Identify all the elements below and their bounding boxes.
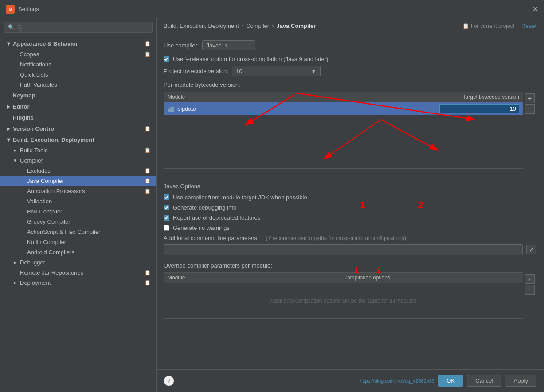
copy-icon-annotation-processors[interactable]: 📋 [145, 188, 151, 194]
folder-icon [168, 105, 175, 113]
copy-icon-appearance[interactable]: 📋 [145, 41, 151, 47]
table-controls: + − [523, 92, 536, 176]
copy-icon-excludes[interactable]: 📋 [145, 168, 151, 174]
checkbox-debug-info-row: Generate debugging info [164, 204, 536, 211]
search-box[interactable]: 🔍 [4, 22, 153, 33]
module-version-cell [439, 104, 519, 113]
module-table: Module Target bytecode version [164, 92, 523, 176]
copy-icon-java-compiler[interactable]: 📋 [145, 178, 151, 184]
copy-icon-vc[interactable]: 📋 [145, 126, 151, 132]
sidebar-item-build-tools[interactable]: ► Build Tools 📋 [0, 145, 156, 155]
sidebar-item-scopes[interactable]: Scopes 📋 [0, 49, 156, 59]
module-table-container: Module Target bytecode version [164, 92, 523, 169]
expand-button[interactable]: ⤢ [526, 245, 536, 254]
sidebar-item-android-compilers[interactable]: Android Compilers [0, 247, 156, 257]
copy-icon-deployment[interactable]: 📋 [145, 280, 151, 286]
cmd-params-row: Additional command line parameters: ('/'… [164, 235, 536, 241]
sidebar-item-keymap[interactable]: Keymap [0, 90, 156, 101]
use-compiler-row: Use compiler: Javac ▼ [164, 40, 536, 50]
sidebar-item-groovy-compiler[interactable]: Groovy Compiler [0, 217, 156, 227]
help-button[interactable]: ? [164, 376, 174, 386]
apply-button[interactable]: Apply [505, 375, 536, 387]
bytecode-value: 10 [236, 68, 242, 74]
sidebar-label-path-variables: Path Variables [20, 82, 57, 88]
remove-module-button[interactable]: − [525, 104, 535, 114]
expand-arrow-build-tools: ► [13, 148, 19, 153]
sidebar-item-deployment[interactable]: ► Deployment 📋 [0, 278, 156, 288]
javac-options-title: Javac Options [164, 183, 536, 190]
override-table: Module Compilation options Additional co… [164, 272, 523, 319]
remove-override-button[interactable]: − [525, 285, 535, 295]
checkbox-deprecated[interactable] [164, 215, 169, 221]
checkbox-deprecated-label: Report use of deprecated features [173, 214, 260, 221]
sidebar-item-annotation-processors[interactable]: Annotation Processors 📋 [0, 186, 156, 196]
sidebar-label-android-compilers: Android Compilers [27, 249, 74, 256]
sidebar-item-java-compiler[interactable]: Java Compiler 📋 [0, 176, 156, 186]
sidebar-item-plugins[interactable]: Plugins [0, 112, 156, 123]
sidebar-label-actionscript-compiler: ActionScript & Flex Compiler [27, 229, 100, 235]
checkbox-module-jdk[interactable] [164, 194, 169, 200]
add-override-button[interactable]: + [525, 274, 535, 284]
sidebar-item-quick-lists[interactable]: Quick Lists [0, 70, 156, 80]
copy-icon-scopes[interactable]: 📋 [145, 51, 151, 57]
sidebar-label-editor: Editor [13, 103, 30, 110]
sidebar-item-actionscript-compiler[interactable]: ActionScript & Flex Compiler [0, 227, 156, 237]
expand-arrow-editor: ► [6, 103, 12, 110]
checkbox-module-jdk-label: Use compiler from module target JDK when… [173, 194, 307, 201]
checkbox-release[interactable] [164, 56, 169, 62]
sidebar-label-appearance: Appearance & Behavior [13, 40, 78, 47]
cmd-params-input[interactable] [164, 244, 523, 255]
sidebar-item-path-variables[interactable]: Path Variables [0, 80, 156, 90]
add-module-button[interactable]: + [525, 93, 535, 103]
sidebar-item-excludes[interactable]: Excludes 📋 [0, 166, 156, 176]
bytecode-select[interactable]: 10 ▼ [232, 66, 321, 76]
titlebar: ⚙ Settings ✕ [0, 0, 544, 18]
per-module-label: Per-module bytecode version: [164, 82, 536, 88]
sidebar-item-debugger[interactable]: ► Debugger [0, 257, 156, 268]
sidebar-item-notifications[interactable]: Notifications [0, 59, 156, 70]
cancel-button[interactable]: Cancel [467, 375, 501, 387]
copy-icon-remote-jar[interactable]: 📋 [145, 270, 151, 276]
search-input[interactable] [17, 24, 149, 31]
cmd-input-row: ⤢ [164, 244, 536, 255]
version-input[interactable] [439, 104, 519, 113]
cmd-params-note: ('/' recommended in paths for cross-plat… [266, 235, 406, 241]
bytecode-arrow: ▼ [311, 68, 317, 74]
sidebar-item-appearance[interactable]: ▼ Appearance & Behavior 📋 [0, 38, 156, 49]
sidebar-item-remote-jar[interactable]: Remote Jar Repositories 📋 [0, 268, 156, 278]
sidebar-label-vc: Version Control [13, 125, 56, 132]
nav-tree: ▼ Appearance & Behavior 📋 Scopes 📋 Notif… [0, 36, 156, 392]
override-table-controls: + − [523, 272, 536, 319]
compiler-select[interactable]: Javac ▼ [202, 40, 255, 50]
sidebar-label-plugins: Plugins [13, 114, 34, 121]
reset-button[interactable]: Reset [521, 23, 536, 29]
ok-button[interactable]: OK [438, 375, 463, 387]
compiler-select-arrow: ▼ [224, 43, 228, 48]
breadcrumb-sep2: › [272, 23, 274, 29]
sidebar-label-remote-jar: Remote Jar Repositories [20, 269, 83, 276]
checkbox-debug-info[interactable] [164, 205, 169, 210]
module-table-wrapper: Module Target bytecode version [164, 92, 536, 176]
sidebar-item-compiler[interactable]: ▼ Compiler [0, 155, 156, 166]
checkbox-no-warnings-row: Generate no warnings [164, 225, 536, 231]
sidebar-item-editor[interactable]: ► Editor [0, 101, 156, 112]
sidebar-label-debugger: Debugger [20, 259, 45, 266]
breadcrumb-part1: Build, Execution, Deployment [164, 23, 239, 29]
copy-icon-build-tools[interactable]: 📋 [145, 147, 151, 153]
app-icon: ⚙ [6, 5, 15, 14]
checkbox-debug-info-label: Generate debugging info [173, 204, 236, 211]
sidebar-item-version-control[interactable]: ► Version Control 📋 [0, 123, 156, 134]
breadcrumb: Build, Execution, Deployment › Compiler … [157, 18, 544, 33]
sidebar-item-build-exec[interactable]: ▼ Build, Execution, Deployment [0, 134, 156, 145]
close-button[interactable]: ✕ [532, 5, 538, 13]
svg-rect-1 [168, 107, 171, 109]
checkbox-no-warnings[interactable] [164, 225, 169, 231]
sidebar-item-kotlin-compiler[interactable]: Kotlin Compiler [0, 237, 156, 247]
module-icon [168, 105, 175, 113]
table-row[interactable]: bigdata [164, 102, 523, 115]
sidebar-item-validation[interactable]: Validation [0, 196, 156, 206]
expand-arrow-debugger: ► [13, 260, 19, 265]
window-title: Settings [18, 6, 532, 12]
sidebar-item-rmi-compiler[interactable]: RMI Compiler [0, 206, 156, 217]
settings-window: ⚙ Settings ✕ 🔍 ▼ Appearance & Behavior 📋… [0, 0, 544, 392]
